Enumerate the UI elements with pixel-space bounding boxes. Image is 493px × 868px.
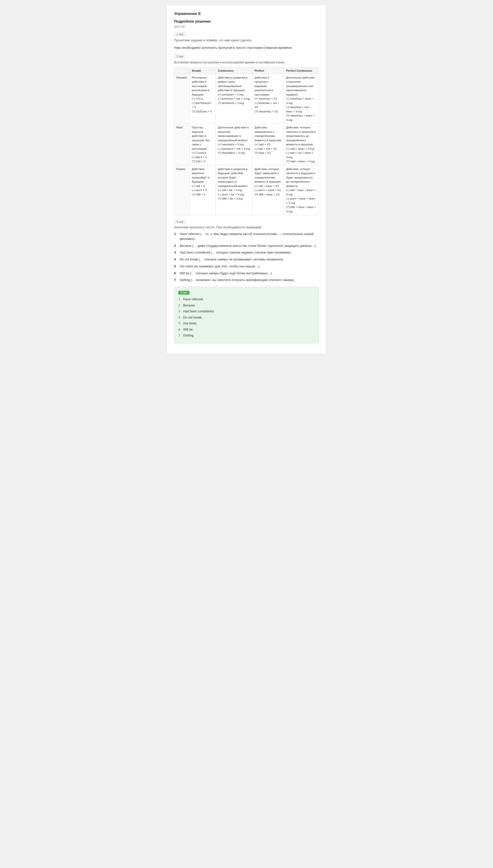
watermark-1: gdz.top <box>174 24 319 28</box>
answer-item-7: 7 Getting. <box>178 334 315 338</box>
answer-item-5: 5 Are hired. <box>178 321 315 326</box>
present-perfect-continuous: Длительное действие в прошлом (незавершё… <box>284 74 319 124</box>
answer-text-7: Getting. <box>183 334 194 338</box>
step3-label: 3 шаг <box>174 219 186 224</box>
answer-num-6: 6 <box>178 327 183 332</box>
answer-num-3: 3 <box>178 309 183 314</box>
row-header-present: Present <box>174 74 190 124</box>
answer-text-4: Do not break. <box>183 315 202 320</box>
task-num-7: 7 <box>174 278 179 282</box>
list-item: 6 Will be (… этичные хакеры будут ещё бо… <box>174 271 319 276</box>
exercise-title: Упражнение E <box>174 11 319 16</box>
step3-intro: Заполним пропуски в тексте. При необходи… <box>174 226 319 229</box>
tense-table: Simple Continuous Perfect Perfect Contin… <box>174 67 319 215</box>
task-text-5: Are hired (их нанимают для того, чтобы о… <box>180 264 260 269</box>
col-header-perfect-continuous: Perfect Continuous <box>284 67 319 74</box>
answer-num-1: 1 <box>178 297 183 302</box>
step3-section: 3 шаг Заполним пропуски в тексте. При не… <box>174 219 319 343</box>
list-item: 2 Became (… даже государственные агентст… <box>174 244 319 248</box>
list-item: 1 Have referred (… то, о чём люди говори… <box>174 232 319 241</box>
answer-item-3: 3 Had been considered. <box>178 309 315 314</box>
step1-text: Прочитаем задание и поймём, что нам нужн… <box>174 38 319 43</box>
task-text-4: Do not break (… этичные хакеры не взламы… <box>180 257 284 262</box>
future-simple: Действие, вероятно, произойдёт в будущем… <box>190 165 216 215</box>
answer-text-3: Had been considered. <box>183 309 214 314</box>
answer-list: 1 Have referred. 2 Became. 3 Had been co… <box>178 297 315 338</box>
answer-box: Ответ 1 Have referred. 2 Became. 3 Had b… <box>174 287 319 343</box>
list-item: 5 Are hired (их нанимают для того, чтобы… <box>174 264 319 269</box>
past-simple: Простое, короткое действие в прошлом, бе… <box>190 124 216 165</box>
answer-text-2: Became. <box>183 303 196 308</box>
task-num-6: 6 <box>174 271 179 276</box>
future-perfect-continuous: Действие, которое начнётся в будущем и б… <box>284 165 319 215</box>
row-header-past: Past <box>174 124 190 165</box>
col-header-perfect: Perfect <box>252 67 284 74</box>
answer-item-2: 2 Became. <box>178 303 315 308</box>
step1-highlight: Нам необходимо заполнить пропуски в текс… <box>174 45 319 50</box>
task-text-1: Have referred (… то, о чём люди говорили… <box>180 232 319 241</box>
step1-label: 1 шаг <box>174 32 186 37</box>
future-continuous: Действие в развитии в будущем, действие,… <box>216 165 252 215</box>
solution-title: Подробное решение <box>174 19 319 23</box>
past-perfect-continuous: Действие, которое началось в прошлом и п… <box>284 124 319 165</box>
table-row-past: Past Простое, короткое действие в прошло… <box>174 124 319 165</box>
answer-item-4: 4 Do not break. <box>178 315 315 320</box>
table-row-future: Future Действие, вероятно, произойдёт в … <box>174 165 319 215</box>
task-text-3: Had been considered (… которых совсем не… <box>180 250 292 255</box>
answer-num-2: 2 <box>178 303 183 308</box>
task-text-2: Became (… даже государственные агентства… <box>180 244 317 248</box>
col-header-simple: Simple <box>190 67 216 74</box>
row-header-future: Future <box>174 165 190 215</box>
present-continuous: Действие в развитии в момент речи, запла… <box>216 74 252 124</box>
list-item: 7 Getting (… возможно, вы захотите получ… <box>174 278 319 282</box>
past-perfect: Действие, завершённое к определённому мо… <box>252 124 284 165</box>
col-header-empty <box>174 67 190 74</box>
task-num-1: 1 <box>174 232 179 241</box>
answer-num-4: 4 <box>178 315 183 320</box>
answer-text-1: Have referred. <box>183 297 203 302</box>
list-item: 4 Do not break (… этичные хакеры не взла… <box>174 257 319 262</box>
task-num-2: 2 <box>174 244 179 248</box>
future-perfect: Действие, которое будет завершено к опре… <box>252 165 284 215</box>
answer-num-5: 5 <box>178 321 183 326</box>
answer-text-5: Are hired. <box>183 321 197 326</box>
answer-item-1: 1 Have referred. <box>178 297 315 302</box>
step2-text: Вспомним правила построения и использова… <box>174 60 319 65</box>
task-list: 1 Have referred (… то, о чём люди говори… <box>174 232 319 282</box>
task-num-4: 4 <box>174 257 179 262</box>
task-text-7: Getting (… возможно, вы захотите получит… <box>180 278 295 282</box>
task-text-6: Will be (… этичные хакеры будут ещё боле… <box>180 271 273 276</box>
task-num-3: 3 <box>174 250 179 255</box>
answer-text-6: Will be. <box>183 327 194 332</box>
main-page: Упражнение E Подробное решение gdz.top 1… <box>167 5 326 354</box>
answer-badge: Ответ <box>178 291 190 295</box>
col-header-continuous: Continuous <box>216 67 252 74</box>
answer-num-7: 7 <box>178 334 183 338</box>
present-perfect: Действие в прошлом с видимым результатом… <box>252 74 284 124</box>
present-simple: Регулярное действие в настоящем, расписа… <box>190 74 216 124</box>
task-num-5: 5 <box>174 264 179 269</box>
table-row-present: Present Регулярное действие в настоящем,… <box>174 74 319 124</box>
answer-item-6: 6 Will be. <box>178 327 315 332</box>
step2-label: 2 шаг <box>174 54 186 59</box>
list-item: 3 Had been considered (… которых совсем … <box>174 250 319 255</box>
past-continuous: Длительное действие в прошлом, происходи… <box>216 124 252 165</box>
